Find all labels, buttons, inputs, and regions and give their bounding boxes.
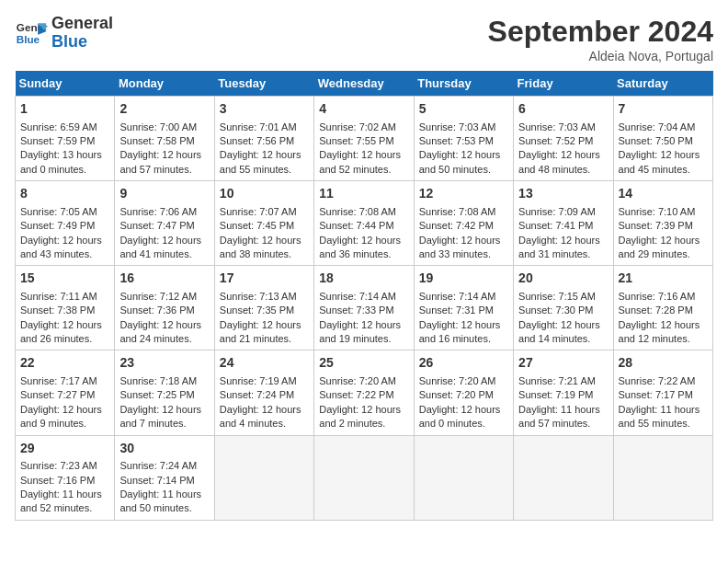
- sunset-text: Sunset: 7:53 PM: [419, 135, 494, 146]
- day-number: 19: [419, 270, 508, 288]
- sunset-text: Sunset: 7:55 PM: [319, 135, 393, 146]
- logo-text: General Blue: [51, 15, 113, 52]
- daylight-text: Daylight: 12 hours and 38 minutes.: [220, 235, 301, 259]
- day-number: 28: [619, 354, 708, 373]
- calendar-cell: [514, 435, 613, 520]
- calendar-week-row: 1Sunrise: 6:59 AMSunset: 7:59 PMDaylight…: [16, 97, 713, 181]
- day-number: 27: [518, 354, 608, 373]
- calendar-week-row: 15Sunrise: 7:11 AMSunset: 7:38 PMDayligh…: [16, 266, 713, 350]
- sunrise-text: Sunrise: 7:12 AM: [119, 291, 197, 302]
- day-number: 29: [20, 440, 109, 458]
- calendar-cell: [613, 435, 712, 520]
- daylight-text: Daylight: 11 hours and 57 minutes.: [518, 404, 600, 429]
- calendar-cell: 15Sunrise: 7:11 AMSunset: 7:38 PMDayligh…: [16, 266, 115, 350]
- sunrise-text: Sunrise: 7:00 AM: [119, 121, 197, 132]
- calendar-cell: 22Sunrise: 7:17 AMSunset: 7:27 PMDayligh…: [16, 350, 115, 435]
- sunset-text: Sunset: 7:31 PM: [419, 304, 494, 316]
- day-number: 6: [518, 100, 608, 119]
- daylight-text: Daylight: 12 hours and 2 minutes.: [319, 404, 401, 429]
- day-number: 5: [419, 100, 508, 119]
- daylight-text: Daylight: 11 hours and 52 minutes.: [20, 488, 102, 513]
- daylight-text: Daylight: 12 hours and 57 minutes.: [119, 149, 201, 174]
- logo: General Blue General Blue: [15, 15, 113, 52]
- daylight-text: Daylight: 12 hours and 55 minutes.: [220, 149, 301, 174]
- calendar-cell: 16Sunrise: 7:12 AMSunset: 7:36 PMDayligh…: [115, 266, 214, 350]
- sunset-text: Sunset: 7:49 PM: [20, 220, 95, 231]
- logo-icon: General Blue: [15, 17, 48, 50]
- sunrise-text: Sunrise: 7:09 AM: [518, 206, 596, 217]
- day-number: 12: [419, 185, 508, 203]
- title-area: September 2024 Aldeia Nova, Portugal: [488, 15, 713, 63]
- calendar-cell: 11Sunrise: 7:08 AMSunset: 7:44 PMDayligh…: [314, 181, 414, 266]
- sunrise-text: Sunrise: 6:59 AM: [20, 121, 97, 132]
- sunset-text: Sunset: 7:33 PM: [319, 304, 393, 316]
- sunset-text: Sunset: 7:30 PM: [518, 304, 593, 316]
- daylight-text: Daylight: 13 hours and 0 minutes.: [20, 149, 102, 174]
- calendar-cell: 27Sunrise: 7:21 AMSunset: 7:19 PMDayligh…: [514, 350, 613, 435]
- day-number: 14: [619, 185, 708, 203]
- day-number: 26: [419, 354, 508, 373]
- sunset-text: Sunset: 7:47 PM: [119, 220, 194, 231]
- calendar-week-row: 22Sunrise: 7:17 AMSunset: 7:27 PMDayligh…: [16, 350, 713, 435]
- day-header-thursday: Thursday: [414, 71, 513, 97]
- sunset-text: Sunset: 7:19 PM: [518, 389, 593, 400]
- daylight-text: Daylight: 12 hours and 0 minutes.: [419, 404, 501, 429]
- calendar-cell: 21Sunrise: 7:16 AMSunset: 7:28 PMDayligh…: [613, 266, 712, 350]
- sunrise-text: Sunrise: 7:02 AM: [319, 121, 396, 132]
- day-number: 1: [20, 100, 109, 119]
- sunrise-text: Sunrise: 7:15 AM: [518, 291, 596, 302]
- calendar-cell: [314, 435, 414, 520]
- sunset-text: Sunset: 7:28 PM: [619, 304, 693, 316]
- calendar-cell: 19Sunrise: 7:14 AMSunset: 7:31 PMDayligh…: [414, 266, 513, 350]
- day-number: 10: [220, 185, 309, 203]
- day-header-tuesday: Tuesday: [214, 71, 313, 97]
- day-number: 11: [319, 185, 408, 203]
- sunrise-text: Sunrise: 7:07 AM: [220, 206, 297, 217]
- daylight-text: Daylight: 12 hours and 45 minutes.: [619, 149, 700, 174]
- sunset-text: Sunset: 7:35 PM: [220, 304, 294, 316]
- sunset-text: Sunset: 7:41 PM: [518, 220, 593, 231]
- day-number: 7: [619, 100, 708, 119]
- sunrise-text: Sunrise: 7:01 AM: [220, 121, 297, 132]
- day-number: 15: [20, 270, 109, 288]
- day-number: 18: [319, 270, 408, 288]
- sunset-text: Sunset: 7:25 PM: [119, 389, 194, 400]
- sunset-text: Sunset: 7:17 PM: [619, 389, 693, 400]
- daylight-text: Daylight: 12 hours and 52 minutes.: [319, 149, 401, 174]
- sunrise-text: Sunrise: 7:03 AM: [419, 121, 496, 132]
- daylight-text: Daylight: 12 hours and 48 minutes.: [518, 149, 600, 174]
- day-number: 21: [619, 270, 708, 288]
- calendar-cell: [414, 435, 513, 520]
- calendar-week-row: 8Sunrise: 7:05 AMSunset: 7:49 PMDaylight…: [16, 181, 713, 266]
- sunset-text: Sunset: 7:52 PM: [518, 135, 593, 146]
- sunset-text: Sunset: 7:39 PM: [619, 220, 693, 231]
- sunrise-text: Sunrise: 7:18 AM: [119, 375, 197, 386]
- sunrise-text: Sunrise: 7:08 AM: [419, 206, 496, 217]
- calendar-cell: 6Sunrise: 7:03 AMSunset: 7:52 PMDaylight…: [514, 97, 613, 181]
- location: Aldeia Nova, Portugal: [488, 49, 713, 63]
- daylight-text: Daylight: 12 hours and 26 minutes.: [20, 319, 102, 344]
- day-header-sunday: Sunday: [16, 71, 115, 97]
- daylight-text: Daylight: 12 hours and 29 minutes.: [619, 235, 700, 259]
- day-header-monday: Monday: [115, 71, 214, 97]
- day-header-saturday: Saturday: [613, 71, 712, 97]
- sunrise-text: Sunrise: 7:16 AM: [619, 291, 696, 302]
- daylight-text: Daylight: 12 hours and 14 minutes.: [518, 319, 600, 344]
- sunrise-text: Sunrise: 7:04 AM: [619, 121, 696, 132]
- day-number: 3: [220, 100, 309, 119]
- day-number: 25: [319, 354, 408, 373]
- sunset-text: Sunset: 7:36 PM: [119, 304, 194, 316]
- day-header-wednesday: Wednesday: [314, 71, 414, 97]
- daylight-text: Daylight: 12 hours and 21 minutes.: [220, 319, 301, 344]
- month-title: September 2024: [488, 15, 713, 49]
- calendar-cell: 2Sunrise: 7:00 AMSunset: 7:58 PMDaylight…: [115, 97, 214, 181]
- day-number: 13: [518, 185, 608, 203]
- sunset-text: Sunset: 7:42 PM: [419, 220, 494, 231]
- sunrise-text: Sunrise: 7:17 AM: [20, 375, 97, 386]
- calendar-cell: 13Sunrise: 7:09 AMSunset: 7:41 PMDayligh…: [514, 181, 613, 266]
- sunset-text: Sunset: 7:58 PM: [119, 135, 194, 146]
- daylight-text: Daylight: 12 hours and 36 minutes.: [319, 235, 401, 259]
- calendar-cell: 10Sunrise: 7:07 AMSunset: 7:45 PMDayligh…: [214, 181, 313, 266]
- calendar-cell: 24Sunrise: 7:19 AMSunset: 7:24 PMDayligh…: [214, 350, 313, 435]
- sunrise-text: Sunrise: 7:21 AM: [518, 375, 596, 386]
